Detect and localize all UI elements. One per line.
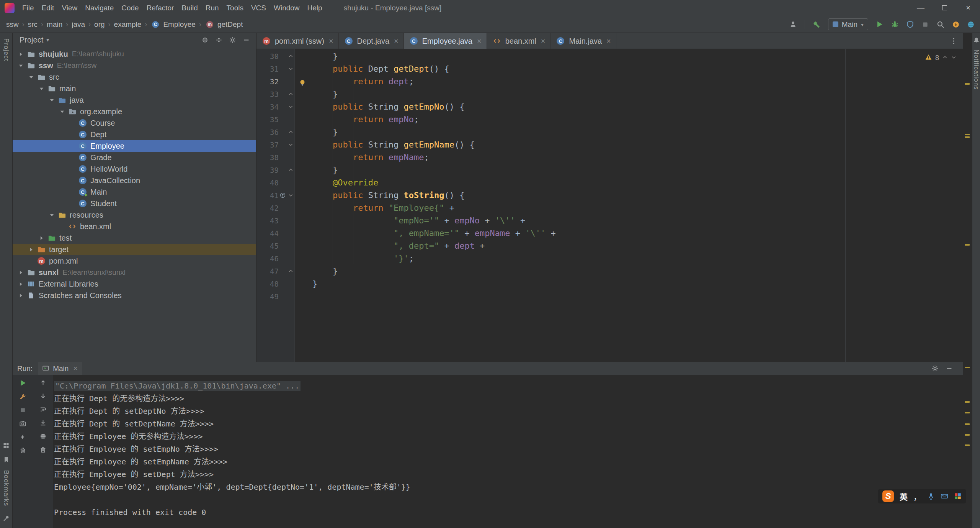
fold-marker-icon[interactable] — [287, 192, 295, 198]
dump-threads-icon[interactable] — [19, 433, 26, 441]
code-line[interactable]: 32 return dept; — [256, 75, 963, 88]
tree-item-external-libraries[interactable]: External Libraries — [13, 278, 256, 290]
code-text[interactable]: public String getEmpNo() { — [295, 100, 963, 113]
close-tab-icon[interactable]: × — [477, 37, 482, 46]
code-text[interactable]: } — [295, 164, 963, 176]
code-text[interactable]: return dept; — [295, 75, 963, 88]
tree-item-ssw[interactable]: sswE:\learn\ssw — [13, 60, 256, 71]
prev-warning-icon[interactable] — [942, 54, 948, 62]
clear-all-icon[interactable] — [39, 446, 47, 453]
chevron-down-icon[interactable] — [47, 94, 57, 106]
tree-item-sunxl[interactable]: sunxlE:\learn\sunxl\sunxl — [13, 267, 256, 278]
fold-marker-icon[interactable] — [287, 142, 295, 148]
tree-item-org-example[interactable]: org.example — [13, 106, 256, 117]
menu-build[interactable]: Build — [178, 0, 201, 16]
menu-window[interactable]: Window — [270, 0, 304, 16]
code-line[interactable]: 40 @Override — [256, 176, 963, 189]
breadcrumb-item-src[interactable]: src — [28, 20, 38, 29]
chevron-right-icon[interactable] — [16, 278, 26, 290]
hide-panel-icon[interactable] — [243, 36, 250, 44]
user-dropdown-icon[interactable] — [789, 20, 797, 28]
code-line[interactable]: 34 public String getEmpNo() { — [256, 100, 963, 113]
editor-tab-pom-xml-ssw-[interactable]: mpom.xml (ssw)× — [256, 33, 339, 49]
console-output[interactable]: "C:\Program Files\Java\jdk1.8.0_101\bin\… — [53, 375, 963, 528]
build-hammer-icon[interactable] — [812, 20, 821, 29]
close-tab-icon[interactable]: × — [394, 37, 399, 46]
fold-marker-icon[interactable] — [287, 66, 295, 72]
soft-wrap-icon[interactable] — [39, 406, 47, 413]
tree-item-java[interactable]: java — [13, 94, 256, 106]
chevron-down-icon[interactable] — [36, 83, 47, 94]
tree-item-shujuku[interactable]: shujukuE:\learn\shujuku — [13, 48, 256, 60]
breadcrumb-item-ssw[interactable]: ssw — [6, 20, 19, 29]
editor-tab-main-java[interactable]: CMain.java× — [550, 33, 616, 49]
edit-settings-icon[interactable] — [19, 393, 26, 400]
breadcrumb-item-org[interactable]: org — [94, 20, 105, 29]
tree-item-course[interactable]: CCourse — [13, 117, 256, 129]
editor-tab-bean-xml[interactable]: bean.xml× — [487, 33, 551, 49]
print-icon[interactable] — [39, 433, 47, 440]
menu-help[interactable]: Help — [304, 0, 326, 16]
debug-button[interactable] — [891, 20, 899, 28]
stop-button[interactable] — [19, 407, 26, 414]
rerun-button[interactable] — [19, 379, 27, 387]
fold-marker-icon[interactable] — [287, 167, 295, 173]
run-tab-main[interactable]: Main × — [38, 362, 82, 375]
fold-marker-icon[interactable] — [287, 104, 295, 110]
gear-icon[interactable] — [931, 365, 939, 372]
code-line[interactable]: 39 } — [256, 164, 963, 176]
gear-icon[interactable] — [229, 36, 236, 44]
code-text[interactable]: } — [295, 277, 963, 290]
chevron-right-icon[interactable] — [36, 232, 47, 244]
chevron-right-icon[interactable] — [26, 244, 36, 255]
tree-item-dept[interactable]: CDept — [13, 129, 256, 140]
code-line[interactable]: 42 return "Employee{" + — [256, 202, 963, 214]
inspection-widget[interactable]: 8 — [925, 54, 957, 62]
hide-panel-icon[interactable] — [946, 365, 953, 372]
run-button[interactable] — [875, 20, 884, 28]
update-available-icon[interactable] — [952, 21, 960, 28]
menu-run[interactable]: Run — [202, 0, 223, 16]
menu-view[interactable]: View — [58, 0, 81, 16]
code-text[interactable]: } — [295, 88, 963, 100]
code-text[interactable]: return "Employee{" + — [295, 202, 963, 214]
search-everywhere-icon[interactable] — [936, 20, 945, 29]
code-line[interactable]: 43 "empNo='" + empNo + '\'' + — [256, 214, 963, 227]
chevron-down-icon[interactable] — [26, 71, 36, 83]
editor[interactable]: 30 }31 public Dept getDept() {32 return … — [256, 49, 963, 362]
maximize-button[interactable] — [933, 0, 956, 16]
menu-refactor[interactable]: Refactor — [143, 0, 178, 16]
capture-snapshot-icon[interactable] — [19, 420, 26, 427]
ime-language-indicator[interactable]: 英 — [900, 490, 908, 502]
code-text[interactable]: return empNo; — [295, 113, 963, 126]
editor-tab-employee-java[interactable]: CEmployee.java× — [404, 33, 487, 49]
code-with-me-icon[interactable] — [967, 21, 975, 28]
code-line[interactable]: 47 } — [256, 265, 963, 277]
fold-marker-icon[interactable] — [287, 91, 295, 97]
code-text[interactable]: } — [295, 126, 963, 138]
close-button[interactable]: × — [956, 0, 980, 16]
tree-item-student[interactable]: CStudent — [13, 198, 256, 209]
breadcrumb-item-example[interactable]: example — [114, 20, 142, 29]
ime-punctuation-indicator[interactable]: ， — [913, 490, 921, 502]
chevron-down-icon[interactable] — [16, 60, 26, 71]
notifications-stripe-button[interactable]: Notifications — [972, 49, 980, 92]
bookmark-icon[interactable] — [3, 456, 10, 463]
code-line[interactable]: 30 } — [256, 50, 963, 62]
pin-icon[interactable] — [3, 515, 10, 522]
tree-item-javacollection[interactable]: CJavaCollection — [13, 175, 256, 186]
code-line[interactable]: 35 return empNo; — [256, 113, 963, 126]
menu-code[interactable]: Code — [118, 0, 142, 16]
code-text[interactable]: public String toString() { — [295, 189, 963, 202]
chevron-right-icon[interactable] — [16, 48, 26, 60]
tree-item-main[interactable]: CMain — [13, 186, 256, 198]
close-tab-icon[interactable]: × — [606, 37, 611, 46]
tree-item-helloworld[interactable]: CHelloWorld — [13, 163, 256, 175]
close-tab-icon[interactable]: × — [329, 37, 333, 46]
project-view-dropdown[interactable]: Project ▾ — [20, 36, 49, 44]
locate-file-icon[interactable] — [201, 36, 209, 44]
breadcrumb-item-main[interactable]: main — [47, 20, 62, 29]
tree-item-resources[interactable]: resources — [13, 209, 256, 221]
fold-marker-icon[interactable] — [287, 53, 295, 59]
menu-file[interactable]: File — [18, 0, 38, 16]
